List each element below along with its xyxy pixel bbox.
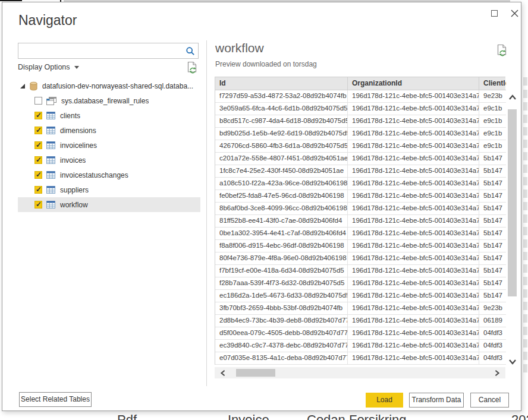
- horizontal-scrollbar[interactable]: [215, 367, 505, 378]
- cell-organizationid: 196d178d-121c-4ebe-bfc5-001403e314a7: [348, 290, 479, 302]
- chevron-down-icon: [74, 66, 79, 69]
- cell-id: 8b6af0bd-3ce8-4099-96cc-08d92b406198: [215, 203, 348, 215]
- column-header-id: Id: [215, 77, 348, 90]
- display-options-label: Display Options: [18, 63, 70, 71]
- vertical-scrollbar-thumb[interactable]: [508, 109, 517, 296]
- background-text-codan: Codan Forsikring: [307, 412, 407, 420]
- cell-clientid: 9e23b: [479, 90, 506, 103]
- search-button[interactable]: [183, 43, 198, 58]
- checkbox-checked[interactable]: [34, 127, 42, 134]
- cell-id: 3fb70bf3-2659-4bbb-53bf-08d92b4074fb: [215, 302, 348, 315]
- search-input[interactable]: [18, 43, 183, 58]
- table-row: 8b6af0bd-3ce8-4099-96cc-08d92b406198 196…: [215, 203, 505, 215]
- table-row: d5f00eea-079c-4505-debb-08d92b407d77 196…: [215, 327, 505, 340]
- tree-item-invoicestatuschanges[interactable]: invoicestatuschanges: [18, 168, 200, 182]
- cell-clientid: 04fdf3: [479, 340, 506, 352]
- table-icon: [46, 171, 55, 179]
- tree-item-workflow[interactable]: workflow: [18, 197, 200, 212]
- maximize-button[interactable]: [488, 7, 501, 19]
- cell-clientid: e9c1b: [479, 103, 506, 115]
- cell-organizationid: 196d178d-121c-4ebe-bfc5-001403e314a7: [348, 340, 479, 352]
- table-row: ec39d840-c9c7-4378-debc-08d92b407d77 196…: [215, 340, 505, 352]
- select-related-tables-button[interactable]: Select Related Tables: [19, 392, 92, 407]
- cancel-button[interactable]: Cancel: [470, 393, 509, 408]
- tree-item-label: invoicestatuschanges: [60, 171, 128, 179]
- background-text-2021: 2021: [511, 412, 528, 420]
- cell-id: 80f4e736-879e-4f8a-96e0-08d92b406198: [215, 252, 348, 265]
- expand-collapse-icon[interactable]: [20, 83, 26, 89]
- cell-organizationid: 196d178d-121c-4ebe-bfc5-001403e314a7: [348, 140, 479, 153]
- cell-id: f8a8f006-d915-4ebc-96df-08d92b406198: [215, 240, 348, 252]
- cell-clientid: 06189: [479, 315, 506, 327]
- display-options-dropdown[interactable]: Display Options: [18, 63, 79, 71]
- table-row: ec186d2a-1de5-4673-6d33-08d92b4075d5 196…: [215, 290, 505, 302]
- tree-item-label: workflow: [60, 201, 88, 209]
- tree-item-dimensions[interactable]: dimensions: [18, 123, 200, 138]
- cell-organizationid: 196d178d-121c-4ebe-bfc5-001403e314a7: [348, 165, 479, 178]
- tree-item-label: invoices: [60, 156, 86, 165]
- cell-organizationid: 196d178d-121c-4ebe-bfc5-001403e314a7: [348, 240, 479, 252]
- tree-item-label: sys.database_firewall_rules: [61, 97, 149, 105]
- table-row: c201a72e-558e-4807-f451-08d92b4051ae 196…: [215, 153, 505, 165]
- tree-item-label: invoicelines: [60, 141, 97, 150]
- tree-item-label: clients: [60, 112, 80, 120]
- transform-data-button[interactable]: Transform Data: [409, 393, 464, 408]
- tree-item-invoices[interactable]: invoices: [18, 153, 200, 168]
- preview-subtitle: Preview downloaded on torsdag: [215, 60, 317, 68]
- table-row: f28b7aaa-539f-4f73-6d32-08d92b4075d5 196…: [215, 277, 505, 290]
- load-button[interactable]: Load: [366, 393, 403, 408]
- table-icon: [46, 112, 55, 119]
- cell-clientid: 5b147: [479, 203, 506, 215]
- cell-id: d5f00eea-079c-4505-debb-08d92b407d77: [215, 327, 348, 340]
- cell-clientid: 5b147: [479, 252, 506, 265]
- cell-clientid: e9c1b: [479, 115, 506, 128]
- cell-id: f7bf19cf-e00e-418a-6d34-08d92b4075d5: [215, 265, 348, 277]
- tree-root-label: datafusion-dev-norwayeast-shared-sql.dat…: [42, 82, 193, 90]
- cell-organizationid: 196d178d-121c-4ebe-bfc5-001403e314a7: [348, 265, 479, 277]
- table-row: 2d8b4ec9-73bc-4b39-deb8-08d92b407d77 196…: [215, 315, 505, 327]
- table-row: 0be1a302-3954-4e41-c7af-08d92b406fd4 196…: [215, 228, 505, 240]
- checkbox-checked[interactable]: [34, 171, 42, 179]
- tree-item-clients[interactable]: clients: [18, 108, 200, 123]
- horizontal-scrollbar-thumb[interactable]: [236, 369, 275, 377]
- background-text-pdf: Pdf: [117, 412, 137, 420]
- tree-item-invoicelines[interactable]: invoicelines: [18, 138, 200, 153]
- cell-id: ec39d840-c9c7-4378-debc-08d92b407d77: [215, 340, 348, 352]
- scroll-down-icon[interactable]: [508, 359, 517, 365]
- cell-clientid: 5b147: [479, 290, 506, 302]
- cell-clientid: 04fdf3: [479, 327, 506, 340]
- cell-id: c201a72e-558e-4807-f451-08d92b4051ae: [215, 153, 348, 165]
- tree-item-suppliers[interactable]: suppliers: [18, 182, 200, 197]
- cell-id: bd9b025d-1e5b-4e92-6d19-08d92b4075d5: [215, 128, 348, 140]
- cell-clientid: 5b147: [479, 240, 506, 252]
- refresh-button[interactable]: [187, 61, 199, 74]
- cell-clientid: e9c1b: [479, 140, 506, 153]
- close-button[interactable]: [508, 7, 521, 19]
- checkbox-checked[interactable]: [34, 186, 42, 194]
- table-row: a108c510-f22a-423a-96ce-08d92b406198 196…: [215, 178, 505, 190]
- vertical-scrollbar[interactable]: [507, 90, 518, 366]
- cell-organizationid: 196d178d-121c-4ebe-bfc5-001403e314a7: [348, 115, 479, 128]
- cell-organizationid: 196d178d-121c-4ebe-bfc5-001403e314a7: [348, 352, 479, 365]
- tree-item-sys-database-firewall-rules[interactable]: sys.database_firewall_rules: [18, 93, 200, 108]
- table-row: 3e059a65-6fca-44c6-6d1b-08d92b4075d5 196…: [215, 103, 505, 115]
- tree-root-database[interactable]: datafusion-dev-norwayeast-shared-sql.dat…: [18, 78, 200, 93]
- cell-organizationid: 196d178d-121c-4ebe-bfc5-001403e314a7: [348, 128, 479, 140]
- refresh-icon: [187, 61, 198, 74]
- cell-organizationid: 196d178d-121c-4ebe-bfc5-001403e314a7: [348, 90, 479, 103]
- refresh-preview-button[interactable]: [497, 44, 509, 57]
- table-row: 1fc8c7e4-25e2-430f-f450-08d92b4051ae 196…: [215, 165, 505, 178]
- scroll-up-icon[interactable]: [508, 94, 517, 100]
- table-row: f8a8f006-d915-4ebc-96df-08d92b406198 196…: [215, 240, 505, 252]
- checkbox-checked[interactable]: [34, 156, 42, 164]
- scroll-right-icon[interactable]: [494, 370, 500, 377]
- scroll-left-icon[interactable]: [220, 370, 226, 377]
- checkbox-unchecked[interactable]: [34, 97, 42, 105]
- checkbox-checked[interactable]: [34, 201, 42, 209]
- cell-organizationid: 196d178d-121c-4ebe-bfc5-001403e314a7: [348, 252, 479, 265]
- table-row: e07d035e-8135-4a1c-deba-08d92b407d77 196…: [215, 352, 505, 365]
- navigator-dialog: Navigator Display Options: [2, 2, 521, 411]
- checkbox-checked[interactable]: [34, 141, 42, 149]
- checkbox-checked[interactable]: [34, 112, 42, 119]
- table-row: fe0bef25-fda8-47e5-96cd-08d92b406198 196…: [215, 190, 505, 203]
